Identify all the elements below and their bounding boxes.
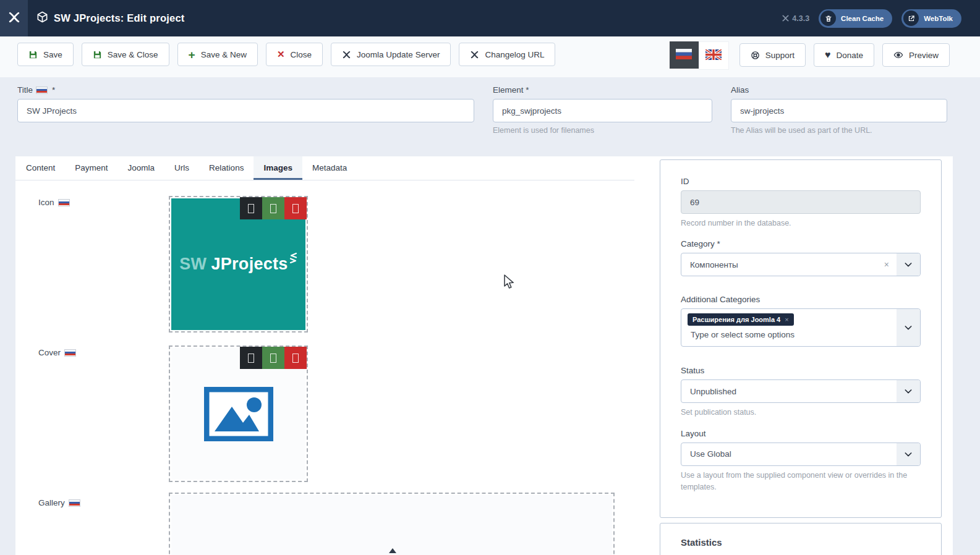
topbar: SW JProjects: Edit project 4.3.3 Clean C… xyxy=(0,0,980,36)
tofu-glyph xyxy=(270,354,276,363)
cover-field-label: Cover xyxy=(38,348,76,357)
additional-categories-select[interactable]: Расширения для Joomla 4 × Type or select… xyxy=(681,308,921,347)
id-field-label: ID xyxy=(681,177,921,186)
chevron-down-icon[interactable] xyxy=(897,380,920,402)
close-button[interactable]: ✕ Close xyxy=(266,43,323,66)
language-ru-tab[interactable] xyxy=(670,41,699,69)
alias-field-label: Alias xyxy=(731,85,947,95)
category-field-label: Category * xyxy=(681,239,921,248)
eye-icon xyxy=(893,50,903,60)
page-title: SW JProjects: Edit project xyxy=(54,12,185,24)
clean-cache-button[interactable]: Clean Cache xyxy=(819,9,892,28)
title-input[interactable]: SW JProjects xyxy=(17,99,474,122)
joomla-icon xyxy=(782,14,790,22)
support-button[interactable]: Support xyxy=(739,43,806,67)
image-select-button[interactable] xyxy=(240,197,262,219)
tofu-glyph xyxy=(270,204,276,213)
save-icon xyxy=(28,50,38,59)
save-close-button[interactable]: Save & Close xyxy=(82,43,169,66)
title-field-label: Title * xyxy=(17,85,474,95)
tofu-glyph xyxy=(248,354,254,363)
status-field-hint: Set publication status. xyxy=(681,407,921,418)
joomla-update-server-button[interactable]: Joomla Update Server xyxy=(331,43,451,66)
category-chip: Расширения для Joomla 4 × xyxy=(688,313,794,326)
alias-input[interactable]: sw-jprojects xyxy=(731,99,947,122)
language-en-tab[interactable] xyxy=(699,41,729,70)
donate-button[interactable]: ♥ Donate xyxy=(814,43,874,67)
status-field-label: Status xyxy=(681,366,921,375)
image-upload-button[interactable] xyxy=(262,347,284,369)
chevron-down-icon[interactable] xyxy=(897,309,920,346)
tofu-glyph xyxy=(248,204,254,213)
layout-select[interactable]: Use Global xyxy=(681,443,921,466)
logo-chevron-s-icon xyxy=(289,253,297,263)
layout-field-label: Layout xyxy=(681,429,921,438)
trash-icon xyxy=(820,11,836,26)
icon-image-actions xyxy=(240,197,307,219)
tab-urls[interactable]: Urls xyxy=(164,156,199,180)
chevron-down-icon[interactable] xyxy=(897,443,920,465)
tab-payment[interactable]: Payment xyxy=(65,156,117,180)
image-select-button[interactable] xyxy=(240,347,262,369)
chevron-down-icon[interactable] xyxy=(897,253,920,276)
tofu-glyph xyxy=(292,204,299,213)
element-field-label: Element * xyxy=(493,85,712,95)
save-icon xyxy=(93,50,102,59)
id-input: 69 xyxy=(681,190,921,214)
id-field-hint: Record number in the database. xyxy=(681,218,921,229)
alias-field-hint: The Alias will be used as part of the UR… xyxy=(731,126,947,135)
category-select[interactable]: Компоненты × xyxy=(681,253,921,276)
ru-flag-icon xyxy=(676,49,692,62)
joomla-logo-icon xyxy=(7,11,21,27)
swjprojects-logo: SWJProjects xyxy=(179,255,297,274)
heart-icon: ♥ xyxy=(825,49,831,61)
cover-image-field xyxy=(169,345,308,482)
gallery-field-label: Gallery xyxy=(38,498,80,507)
element-input[interactable]: pkg_swjprojects xyxy=(493,99,712,122)
joomla-menu-button[interactable] xyxy=(0,0,28,36)
status-select[interactable]: Unpublished xyxy=(681,379,921,403)
tab-joomla[interactable]: Joomla xyxy=(118,156,165,180)
tab-bar: Content Payment Joomla Urls Relations Im… xyxy=(15,156,634,180)
settings-card: ID 69 Record number in the database. Cat… xyxy=(660,159,942,518)
joomla-icon xyxy=(470,50,479,59)
image-delete-button[interactable] xyxy=(284,197,307,219)
image-upload-button[interactable] xyxy=(262,197,284,219)
additional-categories-placeholder: Type or select some options xyxy=(691,330,897,339)
ru-flag-icon xyxy=(69,499,80,507)
statistics-title: Statistics xyxy=(681,537,921,548)
life-ring-icon xyxy=(751,51,760,60)
tab-content[interactable]: Content xyxy=(16,156,65,180)
close-x-icon: ✕ xyxy=(277,49,285,60)
cover-image-actions xyxy=(240,347,307,369)
gallery-dropzone[interactable] xyxy=(169,493,615,555)
image-placeholder-icon xyxy=(204,387,273,441)
save-button[interactable]: Save xyxy=(17,43,74,66)
save-new-button[interactable]: + Save & New xyxy=(177,43,258,66)
layout-field-hint: Use a layout from the supplied component… xyxy=(681,470,921,494)
app-window: SW JProjects: Edit project 4.3.3 Clean C… xyxy=(0,0,980,555)
joomla-version: 4.3.3 xyxy=(782,14,809,23)
ru-flag-icon xyxy=(36,87,48,94)
language-switcher xyxy=(670,41,729,69)
clear-selection-icon[interactable]: × xyxy=(884,260,889,269)
tofu-glyph xyxy=(292,354,299,363)
tab-images[interactable]: Images xyxy=(254,156,302,180)
element-field-hint: Element is used for filenames xyxy=(493,126,712,135)
joomla-icon xyxy=(342,50,351,59)
icon-image-field: SWJProjects xyxy=(169,196,308,333)
image-delete-button[interactable] xyxy=(284,347,307,369)
webtolk-button[interactable]: WebTolk xyxy=(901,9,961,28)
remove-chip-icon[interactable]: × xyxy=(785,316,788,323)
ru-flag-icon xyxy=(64,349,76,357)
gb-flag-icon xyxy=(705,49,722,62)
package-icon xyxy=(36,11,48,25)
upload-caret-icon xyxy=(389,548,396,553)
tab-metadata[interactable]: Metadata xyxy=(302,156,357,180)
additional-categories-label: Additional Categories xyxy=(681,295,921,304)
changelog-url-button[interactable]: Changelog URL xyxy=(459,43,555,66)
tab-relations[interactable]: Relations xyxy=(199,156,254,180)
ru-flag-icon xyxy=(58,199,70,206)
plus-icon: + xyxy=(189,50,195,59)
preview-button[interactable]: Preview xyxy=(882,43,950,67)
